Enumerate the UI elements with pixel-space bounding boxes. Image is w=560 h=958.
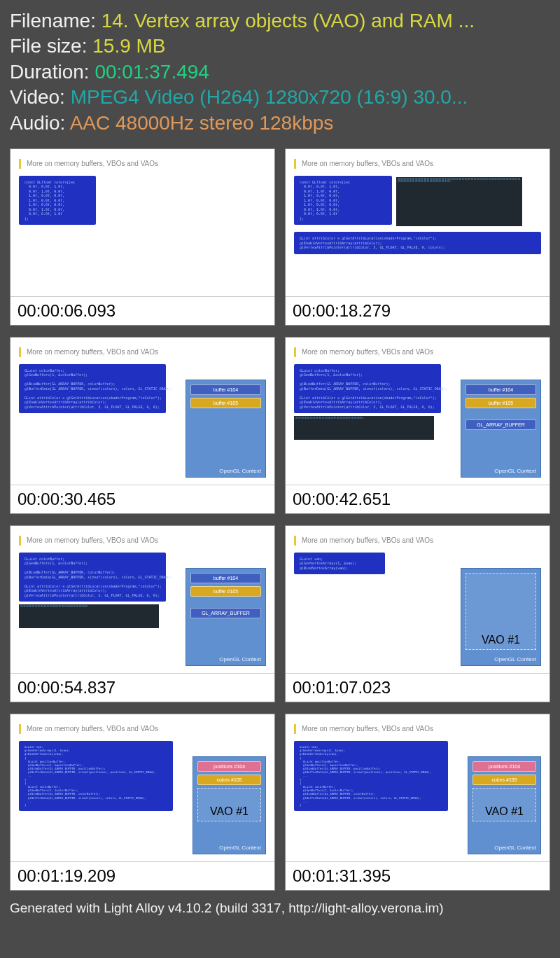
duration-row: Duration: 00:01:37.494 — [10, 60, 550, 85]
thumbnail-cell[interactable]: More on memory buffers, VBOs and VAOs co… — [10, 148, 275, 326]
code-vao-full: GLuint vao; glGenVertexArrays(1, &vao); … — [294, 741, 448, 811]
timestamp-label: 00:00:06.093 — [10, 296, 274, 325]
buffer-tag: buffer #105 — [190, 398, 261, 408]
hex-dump-panel: 00 3F 80 00 00 00 00 3F 80 00 00 00 00 3… — [19, 604, 159, 628]
filename-value: 14. Vertex array objects (VAO) and RAM .… — [102, 10, 475, 32]
vao-outline: VAO #1 — [465, 573, 536, 650]
timestamp-label: 00:01:31.395 — [286, 861, 550, 890]
accent-icon — [19, 159, 21, 169]
slide-title-bar: More on memory buffers, VBOs and VAOs — [294, 536, 541, 546]
vao-outline: VAO #1 — [197, 788, 261, 821]
thumbnail-cell[interactable]: More on memory buffers, VBOs and VAOs GL… — [10, 337, 275, 514]
opengl-context-box: positions #104 colors #105 VAO #1 OpenGL… — [192, 756, 266, 854]
filename-label: Filename: — [10, 10, 102, 32]
accent-icon — [19, 724, 21, 734]
audio-label: Audio: — [10, 112, 70, 134]
file-info-section: Filename: 14. Vertex array objects (VAO)… — [10, 8, 550, 136]
footer-text: Generated with Light Alloy v4.10.2 (buil… — [10, 901, 550, 916]
timestamp-label: 00:00:18.279 — [286, 296, 550, 325]
slide-title: More on memory buffers, VBOs and VAOs — [27, 725, 158, 733]
colors-tag: colors #105 — [472, 775, 536, 785]
accent-icon — [294, 347, 296, 357]
video-label: Video: — [10, 86, 71, 108]
vao-label: VAO #1 — [482, 634, 520, 646]
slide-title-bar: More on memory buffers, VBOs and VAOs — [19, 724, 266, 734]
context-label: OpenGL Context — [219, 468, 261, 474]
thumbnail-image: More on memory buffers, VBOs and VAOs co… — [10, 149, 274, 296]
accent-icon — [19, 536, 21, 546]
thumbnail-cell[interactable]: More on memory buffers, VBOs and VAOs co… — [285, 148, 550, 326]
slide-title: More on memory buffers, VBOs and VAOs — [302, 348, 433, 356]
code-buffer-block: GLuint colorBuffer; glGenBuffers(1, &col… — [19, 553, 166, 602]
code-colors-array: const GLfloat colors[]={ 0.0f, 0.0f, 1.0… — [19, 176, 96, 225]
thumbnail-cell[interactable]: More on memory buffers, VBOs and VAOs GL… — [285, 525, 550, 702]
buffer-tag: buffer #104 — [465, 384, 536, 395]
audio-value: AAC 48000Hz stereo 128kbps — [70, 112, 334, 134]
code-buffer-block: GLuint colorBuffer; glGenBuffers(1, &col… — [19, 364, 166, 414]
vao-label: VAO #1 — [210, 805, 248, 818]
opengl-context-box: buffer #104 buffer #105 GL_ARRAY_BUFFER … — [186, 568, 266, 666]
buffer-tag: buffer #105 — [465, 398, 536, 408]
slide-title-bar: More on memory buffers, VBOs and VAOs — [19, 347, 266, 357]
slide-title: More on memory buffers, VBOs and VAOs — [27, 348, 158, 356]
thumbnail-cell[interactable]: More on memory buffers, VBOs and VAOs GL… — [10, 714, 275, 891]
code-vao-small: GLuint vao; glGenVertexArrays(1, &vao); … — [294, 553, 385, 575]
vao-outline: VAO #1 — [472, 788, 536, 821]
duration-label: Duration: — [10, 61, 94, 83]
accent-icon — [294, 536, 296, 546]
timestamp-label: 00:00:54.837 — [10, 673, 274, 702]
thumbnail-image: More on memory buffers, VBOs and VAOs GL… — [10, 714, 274, 861]
filesize-row: File size: 15.9 MB — [10, 34, 550, 59]
context-label: OpenGL Context — [219, 845, 261, 851]
slide-title-bar: More on memory buffers, VBOs and VAOs — [294, 724, 541, 734]
thumbnail-cell[interactable]: More on memory buffers, VBOs and VAOs GL… — [10, 525, 275, 702]
video-value: MPEG4 Video (H264) 1280x720 (16:9) 30.0.… — [71, 86, 468, 108]
audio-row: Audio: AAC 48000Hz stereo 128kbps — [10, 111, 550, 136]
hex-dump-panel: 00 00 00 00 00 00 00 00 3F 80 00 00 00 0… — [396, 177, 522, 226]
accent-icon — [294, 159, 296, 169]
opengl-context-box: buffer #104 buffer #105 GL_ARRAY_BUFFER … — [461, 380, 541, 478]
buffer-tag: buffer #105 — [190, 586, 261, 597]
slide-title: More on memory buffers, VBOs and VAOs — [302, 536, 433, 544]
code-vao-full: GLuint vao; glGenVertexArrays(1, &vao); … — [19, 741, 173, 811]
accent-icon — [294, 724, 296, 734]
slide-title-bar: More on memory buffers, VBOs and VAOs — [19, 159, 266, 169]
code-colors-array: const GLfloat colors[]={ 0.0f, 0.0f, 1.0… — [294, 176, 392, 225]
thumbnail-image: More on memory buffers, VBOs and VAOs GL… — [10, 526, 274, 673]
context-label: OpenGL Context — [494, 656, 536, 662]
slide-title-bar: More on memory buffers, VBOs and VAOs — [294, 347, 541, 357]
thumbnail-image: More on memory buffers, VBOs and VAOs co… — [286, 149, 550, 296]
slide-title: More on memory buffers, VBOs and VAOs — [27, 536, 158, 544]
buffer-tag: buffer #104 — [190, 384, 261, 395]
context-label: OpenGL Context — [219, 656, 261, 662]
duration-value: 00:01:37.494 — [94, 61, 209, 83]
accent-icon — [19, 347, 21, 357]
timestamp-label: 00:00:42.651 — [286, 485, 550, 513]
timestamp-label: 00:00:30.465 — [10, 485, 274, 513]
thumbnail-image: More on memory buffers, VBOs and VAOs GL… — [286, 338, 550, 485]
filename-row: Filename: 14. Vertex array objects (VAO)… — [10, 8, 550, 34]
gl-array-buffer-tag: GL_ARRAY_BUFFER — [465, 419, 536, 430]
filesize-label: File size: — [10, 35, 92, 57]
gl-array-buffer-tag: GL_ARRAY_BUFFER — [190, 608, 261, 618]
hex-dump-panel: 00 3F 80 00 00 00 00 3F 80 00 00 00 00 3… — [294, 416, 434, 440]
thumbnail-cell[interactable]: More on memory buffers, VBOs and VAOs GL… — [285, 714, 550, 891]
opengl-context-box: VAO #1 OpenGL Context — [461, 568, 541, 666]
timestamp-label: 00:01:07.023 — [286, 673, 550, 702]
colors-tag: colors #105 — [197, 775, 261, 785]
positions-tag: positions #104 — [472, 761, 536, 772]
vao-label: VAO #1 — [485, 805, 524, 818]
thumbnail-grid: More on memory buffers, VBOs and VAOs co… — [10, 148, 550, 891]
thumbnail-image: More on memory buffers, VBOs and VAOs GL… — [286, 526, 550, 673]
thumbnail-image: More on memory buffers, VBOs and VAOs GL… — [286, 714, 550, 861]
slide-title: More on memory buffers, VBOs and VAOs — [27, 160, 158, 167]
thumbnail-cell[interactable]: More on memory buffers, VBOs and VAOs GL… — [285, 337, 550, 514]
context-label: OpenGL Context — [494, 468, 536, 474]
filesize-value: 15.9 MB — [92, 35, 165, 57]
thumbnail-image: More on memory buffers, VBOs and VAOs GL… — [10, 338, 274, 485]
code-buffer-block: GLuint colorBuffer; glGenBuffers(1, &col… — [294, 364, 441, 414]
positions-tag: positions #104 — [197, 761, 261, 772]
code-attrib-block: GLint attribColor = glGetAttribLocation(… — [294, 232, 541, 254]
opengl-context-box: buffer #104 buffer #105 OpenGL Context — [186, 380, 266, 478]
slide-title-bar: More on memory buffers, VBOs and VAOs — [294, 159, 541, 169]
